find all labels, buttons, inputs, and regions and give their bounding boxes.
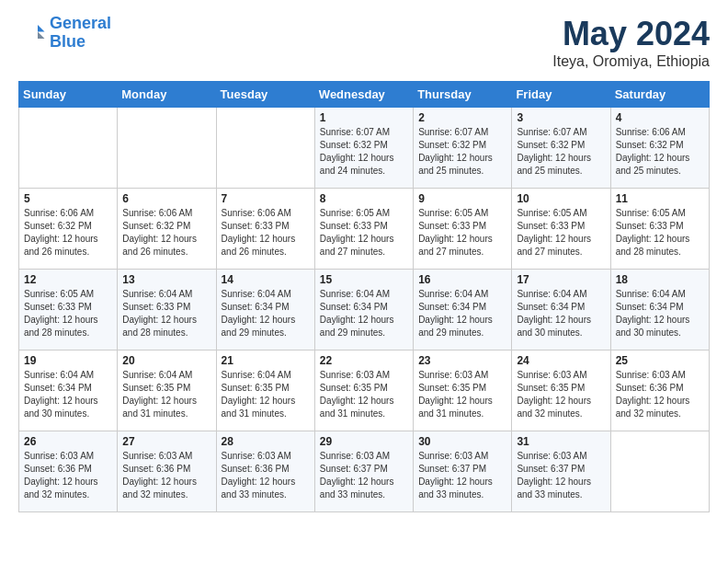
day-number: 25 [616,354,704,367]
calendar-cell: 22Sunrise: 6:03 AMSunset: 6:35 PMDayligh… [314,350,413,431]
day-number: 20 [122,354,210,367]
week-row-4: 26Sunrise: 6:03 AMSunset: 6:36 PMDayligh… [19,431,710,512]
day-info: Sunrise: 6:05 AMSunset: 6:33 PMDaylight:… [24,288,112,339]
day-info: Sunrise: 6:07 AMSunset: 6:32 PMDaylight:… [320,126,408,178]
day-info: Sunrise: 6:04 AMSunset: 6:35 PMDaylight:… [222,369,310,420]
calendar-cell: 29Sunrise: 6:03 AMSunset: 6:37 PMDayligh… [314,431,413,512]
day-info: Sunrise: 6:06 AMSunset: 6:32 PMDaylight:… [616,126,704,178]
day-info: Sunrise: 6:03 AMSunset: 6:35 PMDaylight:… [517,369,605,420]
day-number: 19 [24,354,112,367]
day-info: Sunrise: 6:07 AMSunset: 6:32 PMDaylight:… [517,126,605,178]
col-monday: Monday [118,82,216,108]
calendar-header: Sunday Monday Tuesday Wednesday Thursday… [19,82,710,108]
calendar-cell: 31Sunrise: 6:03 AMSunset: 6:37 PMDayligh… [512,431,610,512]
col-sunday: Sunday [19,82,118,108]
day-info: Sunrise: 6:03 AMSunset: 6:37 PMDaylight:… [320,450,408,501]
day-info: Sunrise: 6:07 AMSunset: 6:32 PMDaylight:… [418,126,506,178]
col-thursday: Thursday [414,82,512,108]
calendar-cell [610,431,709,512]
calendar-cell: 17Sunrise: 6:04 AMSunset: 6:34 PMDayligh… [512,270,610,350]
day-number: 24 [517,354,605,367]
header: General Blue May 2024 Iteya, Oromiya, Et… [18,15,710,70]
calendar-cell: 19Sunrise: 6:04 AMSunset: 6:34 PMDayligh… [19,350,118,431]
location: Iteya, Oromiya, Ethiopia [552,53,710,70]
day-number: 30 [418,435,506,448]
day-number: 10 [517,192,605,205]
day-number: 3 [517,111,605,124]
col-wednesday: Wednesday [314,82,413,108]
day-number: 15 [320,273,408,286]
day-number: 2 [418,111,506,124]
day-number: 1 [320,111,408,124]
day-info: Sunrise: 6:04 AMSunset: 6:35 PMDaylight:… [122,369,210,420]
calendar-table: Sunday Monday Tuesday Wednesday Thursday… [18,81,710,512]
calendar-cell: 8Sunrise: 6:05 AMSunset: 6:33 PMDaylight… [314,189,413,270]
day-info: Sunrise: 6:03 AMSunset: 6:37 PMDaylight:… [418,450,506,501]
day-number: 8 [320,192,408,205]
week-row-1: 5Sunrise: 6:06 AMSunset: 6:32 PMDaylight… [19,189,710,270]
calendar-cell: 11Sunrise: 6:05 AMSunset: 6:33 PMDayligh… [610,189,709,270]
calendar-cell [118,108,216,189]
calendar-cell: 24Sunrise: 6:03 AMSunset: 6:35 PMDayligh… [512,350,610,431]
calendar-cell: 6Sunrise: 6:06 AMSunset: 6:32 PMDaylight… [118,189,216,270]
calendar-cell: 7Sunrise: 6:06 AMSunset: 6:33 PMDaylight… [216,189,314,270]
week-row-3: 19Sunrise: 6:04 AMSunset: 6:34 PMDayligh… [19,350,710,431]
day-number: 26 [24,435,112,448]
day-number: 9 [418,192,506,205]
calendar-cell: 26Sunrise: 6:03 AMSunset: 6:36 PMDayligh… [19,431,118,512]
calendar-cell: 10Sunrise: 6:05 AMSunset: 6:33 PMDayligh… [512,189,610,270]
calendar-cell: 5Sunrise: 6:06 AMSunset: 6:32 PMDaylight… [19,189,118,270]
day-info: Sunrise: 6:03 AMSunset: 6:36 PMDaylight:… [122,450,210,501]
calendar-cell: 30Sunrise: 6:03 AMSunset: 6:37 PMDayligh… [414,431,512,512]
calendar-cell: 20Sunrise: 6:04 AMSunset: 6:35 PMDayligh… [118,350,216,431]
title-block: May 2024 Iteya, Oromiya, Ethiopia [552,15,710,70]
calendar-cell [19,108,118,189]
week-row-0: 1Sunrise: 6:07 AMSunset: 6:32 PMDaylight… [19,108,710,189]
calendar-cell: 23Sunrise: 6:03 AMSunset: 6:35 PMDayligh… [414,350,512,431]
day-info: Sunrise: 6:05 AMSunset: 6:33 PMDaylight:… [517,207,605,259]
day-info: Sunrise: 6:04 AMSunset: 6:34 PMDaylight:… [222,288,310,339]
day-info: Sunrise: 6:04 AMSunset: 6:34 PMDaylight:… [24,369,112,420]
calendar-cell: 9Sunrise: 6:05 AMSunset: 6:33 PMDaylight… [414,189,512,270]
calendar-cell: 18Sunrise: 6:04 AMSunset: 6:34 PMDayligh… [610,270,709,350]
day-number: 4 [616,111,704,124]
calendar-cell [216,108,314,189]
day-number: 23 [418,354,506,367]
logo-icon [18,19,46,47]
day-info: Sunrise: 6:03 AMSunset: 6:36 PMDaylight:… [222,450,310,501]
day-info: Sunrise: 6:04 AMSunset: 6:33 PMDaylight:… [122,288,210,339]
calendar-cell: 13Sunrise: 6:04 AMSunset: 6:33 PMDayligh… [118,270,216,350]
calendar-body: 1Sunrise: 6:07 AMSunset: 6:32 PMDaylight… [19,108,710,512]
logo: General Blue [18,15,111,52]
month-title: May 2024 [552,15,710,53]
calendar-cell: 21Sunrise: 6:04 AMSunset: 6:35 PMDayligh… [216,350,314,431]
logo-text: General Blue [50,15,111,52]
day-number: 6 [122,192,210,205]
day-number: 14 [222,273,310,286]
day-info: Sunrise: 6:06 AMSunset: 6:32 PMDaylight:… [24,207,112,259]
weekday-row: Sunday Monday Tuesday Wednesday Thursday… [19,82,710,108]
day-info: Sunrise: 6:06 AMSunset: 6:33 PMDaylight:… [222,207,310,259]
day-number: 13 [122,273,210,286]
calendar-cell: 15Sunrise: 6:04 AMSunset: 6:34 PMDayligh… [314,270,413,350]
day-number: 21 [222,354,310,367]
day-info: Sunrise: 6:04 AMSunset: 6:34 PMDaylight:… [517,288,605,339]
day-number: 16 [418,273,506,286]
day-number: 29 [320,435,408,448]
calendar-cell: 27Sunrise: 6:03 AMSunset: 6:36 PMDayligh… [118,431,216,512]
day-number: 11 [616,192,704,205]
col-friday: Friday [512,82,610,108]
calendar-cell: 14Sunrise: 6:04 AMSunset: 6:34 PMDayligh… [216,270,314,350]
calendar-cell: 16Sunrise: 6:04 AMSunset: 6:34 PMDayligh… [414,270,512,350]
calendar-page: General Blue May 2024 Iteya, Oromiya, Et… [0,0,728,527]
day-number: 22 [320,354,408,367]
day-number: 28 [222,435,310,448]
svg-marker-0 [38,25,45,32]
day-info: Sunrise: 6:03 AMSunset: 6:36 PMDaylight:… [24,450,112,501]
day-number: 31 [517,435,605,448]
day-number: 18 [616,273,704,286]
week-row-2: 12Sunrise: 6:05 AMSunset: 6:33 PMDayligh… [19,270,710,350]
day-info: Sunrise: 6:05 AMSunset: 6:33 PMDaylight:… [320,207,408,259]
day-info: Sunrise: 6:04 AMSunset: 6:34 PMDaylight:… [616,288,704,339]
day-info: Sunrise: 6:04 AMSunset: 6:34 PMDaylight:… [418,288,506,339]
